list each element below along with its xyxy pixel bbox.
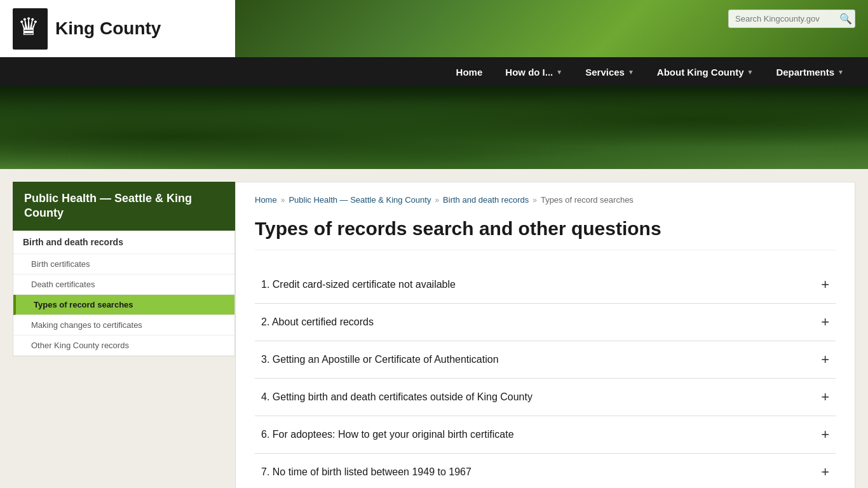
accordion-label-1: 1. Credit card-sized certificate not ava…: [261, 279, 456, 290]
accordion-item-6: 6. For adoptees: How to get your origina…: [255, 416, 836, 454]
accordion-item-3: 3. Getting an Apostille or Certificate o…: [255, 341, 836, 379]
search-button[interactable]: 🔍: [839, 13, 852, 25]
accordion-label-4: 4. Getting birth and death certificates …: [261, 391, 532, 403]
accordion-header-7[interactable]: 7. No time of birth listed between 1949 …: [255, 454, 836, 488]
accordion-header-1[interactable]: 1. Credit card-sized certificate not ava…: [255, 266, 836, 303]
accordion-item-2: 2. About certified records +: [255, 304, 836, 341]
logo-text[interactable]: King County: [55, 19, 161, 39]
accordion-item-4: 4. Getting birth and death certificates …: [255, 379, 836, 416]
accordion-item-7: 7. No time of birth listed between 1949 …: [255, 454, 836, 488]
main-nav: Home How do I... ▼ Services ▼ About King…: [0, 57, 868, 86]
breadcrumb-home[interactable]: Home: [255, 195, 277, 205]
sidebar-item-birth-death-records[interactable]: Birth and death records: [13, 231, 234, 254]
breadcrumb-public-health[interactable]: Public Health — Seattle & King County: [288, 195, 431, 205]
search-input[interactable]: [728, 10, 855, 28]
accordion-label-6: 6. For adoptees: How to get your origina…: [261, 429, 514, 440]
breadcrumb: Home » Public Health — Seattle & King Co…: [255, 195, 836, 205]
accordion-item-1: 1. Credit card-sized certificate not ava…: [255, 266, 836, 304]
sidebar: Public Health — Seattle & King County Bi…: [0, 169, 235, 488]
nav-home[interactable]: Home: [445, 57, 494, 86]
accordion: 1. Credit card-sized certificate not ava…: [255, 266, 836, 488]
breadcrumb-sep-2: »: [435, 196, 439, 205]
chevron-down-icon: ▼: [556, 69, 562, 76]
breadcrumb-sep-1: »: [281, 196, 285, 205]
sidebar-title: Public Health — Seattle & King County: [13, 182, 235, 231]
chevron-down-icon: ▼: [747, 69, 753, 76]
sidebar-nav: Birth and death records Birth certificat…: [13, 231, 235, 356]
sidebar-item-birth-certificates[interactable]: Birth certificates: [13, 254, 234, 274]
nav-services[interactable]: Services ▼: [574, 57, 646, 86]
accordion-header-6[interactable]: 6. For adoptees: How to get your origina…: [255, 416, 836, 453]
king-county-logo-icon: ♛: [13, 8, 48, 50]
accordion-header-3[interactable]: 3. Getting an Apostille or Certificate o…: [255, 341, 836, 378]
chevron-down-icon: ▼: [628, 69, 634, 76]
accordion-label-2: 2. About certified records: [261, 316, 374, 328]
accordion-label-3: 3. Getting an Apostille or Certificate o…: [261, 354, 499, 365]
nav-departments[interactable]: Departments ▼: [764, 57, 855, 86]
hero-image: [0, 86, 868, 169]
header-background: 🔍: [235, 0, 868, 57]
breadcrumb-birth-death[interactable]: Birth and death records: [443, 195, 529, 205]
accordion-expand-2[interactable]: +: [821, 314, 829, 330]
accordion-expand-4[interactable]: +: [821, 389, 829, 405]
main-wrapper: Public Health — Seattle & King County Bi…: [0, 169, 868, 488]
sidebar-item-other-records[interactable]: Other King County records: [13, 336, 234, 356]
nav-about[interactable]: About King County ▼: [646, 57, 765, 86]
header: ♛ King County 🔍: [0, 0, 868, 57]
accordion-expand-3[interactable]: +: [821, 351, 829, 368]
accordion-header-2[interactable]: 2. About certified records +: [255, 304, 836, 341]
accordion-expand-7[interactable]: +: [821, 464, 829, 480]
search-area: 🔍: [728, 10, 855, 28]
sidebar-item-making-changes[interactable]: Making changes to certificates: [13, 315, 234, 336]
accordion-header-4[interactable]: 4. Getting birth and death certificates …: [255, 379, 836, 416]
accordion-label-7: 7. No time of birth listed between 1949 …: [261, 466, 471, 478]
logo-area: ♛ King County: [0, 0, 235, 57]
sidebar-item-types-of-record-searches[interactable]: Types of record searches: [13, 295, 234, 315]
main-content: Home » Public Health — Seattle & King Co…: [235, 182, 855, 488]
chevron-down-icon: ▼: [837, 69, 844, 76]
sidebar-item-death-certificates[interactable]: Death certificates: [13, 274, 234, 295]
accordion-expand-6[interactable]: +: [821, 426, 829, 443]
accordion-expand-1[interactable]: +: [821, 276, 829, 293]
breadcrumb-sep-3: »: [532, 196, 537, 205]
svg-text:♛: ♛: [18, 13, 39, 40]
nav-how-do-i[interactable]: How do I... ▼: [494, 57, 574, 86]
breadcrumb-current: Types of record searches: [541, 195, 634, 205]
page-title: Types of records search and other questi…: [255, 217, 836, 250]
